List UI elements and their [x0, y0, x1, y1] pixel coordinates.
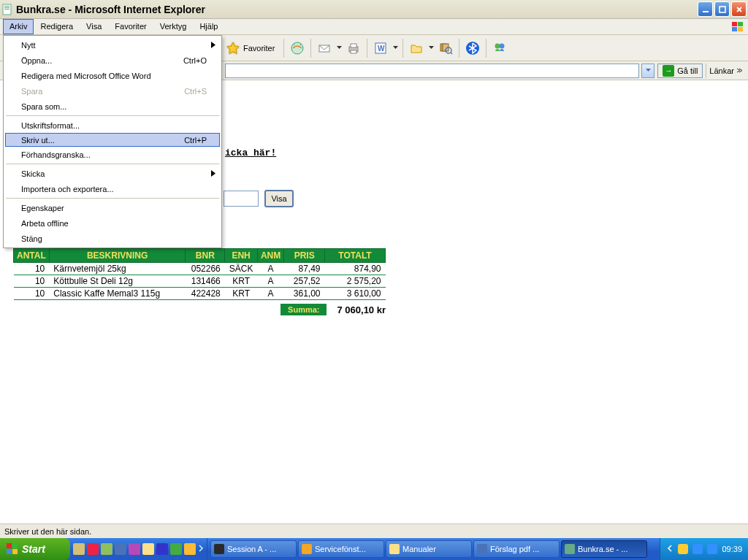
print-icon[interactable] [344, 39, 363, 58]
order-table: ANTAL BESKRIVNING BNR ENH ANM PRIS TOTAL… [13, 248, 386, 300]
svg-marker-28 [646, 69, 651, 72]
svg-text:W: W [378, 45, 385, 53]
toolbar-media-icon[interactable] [288, 39, 307, 58]
svg-marker-19 [393, 46, 398, 49]
menu-item-skriv-ut[interactable]: Skriv ut... Ctrl+P [5, 133, 220, 147]
ql-icon[interactable] [73, 543, 85, 555]
sum-value: 7 060,10 kr [337, 304, 386, 315]
arkiv-dropdown-menu: Nytt Öppna... Ctrl+O Redigera med Micros… [3, 35, 222, 248]
svg-rect-2 [4, 7, 9, 8]
svg-rect-5 [720, 7, 725, 12]
word-edit-icon[interactable]: W [371, 39, 390, 58]
address-dropdown-arrow-icon[interactable] [641, 64, 654, 78]
col-totalt: TOTALT [325, 249, 386, 263]
status-bar: Skriver ut den här sidan. [0, 523, 748, 538]
favorites-label: Favoriter [243, 44, 275, 53]
col-beskrivning: BESKRIVNING [49, 249, 186, 263]
svg-rect-6 [732, 22, 737, 26]
visa-input[interactable] [224, 191, 259, 207]
windows-flag-icon [728, 19, 748, 35]
menu-hjalp[interactable]: Hjälp [193, 19, 224, 34]
task-button[interactable]: Manualer [386, 540, 472, 558]
menu-item-stang[interactable]: Stäng [5, 231, 220, 246]
research-icon[interactable] [436, 39, 455, 58]
ql-icon[interactable] [129, 543, 140, 555]
menu-favoriter[interactable]: Favoriter [108, 19, 153, 34]
ql-icon[interactable] [101, 543, 112, 555]
submenu-arrow-icon [211, 41, 215, 50]
visa-button[interactable]: Visa [264, 190, 294, 207]
menu-item-skicka[interactable]: Skicka [5, 166, 220, 181]
links-button[interactable]: Länkar [706, 64, 745, 78]
task-button-active[interactable]: Bunkra.se - ... [561, 540, 647, 558]
ql-icon[interactable] [170, 543, 182, 555]
svg-rect-15 [351, 44, 356, 47]
task-button[interactable]: Session A - ... [210, 540, 297, 558]
svg-point-27 [500, 43, 505, 48]
mail-dropdown-arrow-icon[interactable] [335, 46, 343, 50]
svg-marker-13 [337, 46, 342, 49]
ql-icon[interactable] [184, 543, 196, 555]
ql-icon[interactable] [87, 543, 99, 555]
ql-expand-icon[interactable] [198, 543, 204, 555]
start-label: Start [22, 543, 45, 555]
start-button[interactable]: Start [0, 538, 70, 560]
menu-item-oppna[interactable]: Öppna... Ctrl+O [5, 53, 220, 68]
menu-item-nytt[interactable]: Nytt [5, 37, 220, 53]
windows-logo-icon [6, 542, 19, 556]
col-enh: ENH [225, 249, 258, 263]
menu-item-redigera-word[interactable]: Redigera med Microsoft Office Word [5, 68, 220, 83]
menubar: Arkiv Redigera Visa Favoriter Verktyg Hj… [0, 19, 748, 35]
task-button[interactable]: Förslag pdf ... [473, 540, 560, 558]
sum-row: Summa: 7 060,10 kr [13, 304, 386, 315]
window-minimize-button[interactable] [698, 1, 713, 17]
edit-dropdown-arrow-icon[interactable] [392, 46, 399, 50]
submenu-arrow-icon [211, 169, 215, 178]
bluetooth-icon[interactable] [463, 39, 482, 58]
mail-icon[interactable] [315, 39, 334, 58]
taskbar-tasks: Session A - ... Servicefönst... Manualer… [207, 538, 660, 560]
folder-icon[interactable] [407, 39, 426, 58]
menu-item-egenskaper[interactable]: Egenskaper [5, 200, 220, 215]
ql-icon[interactable] [156, 543, 168, 555]
col-pris: PRIS [284, 249, 325, 263]
go-button[interactable]: → Gå till [657, 64, 703, 78]
tray-clock[interactable]: 09:39 [722, 545, 742, 553]
table-row: 10 Köttbulle St Deli 12g 131466 KRT A 25… [14, 275, 386, 288]
go-arrow-icon: → [663, 65, 674, 77]
col-bnr: BNR [186, 249, 225, 263]
tray-icon[interactable] [692, 544, 703, 554]
menu-visa[interactable]: Visa [80, 19, 108, 34]
menu-verktyg[interactable]: Verktyg [153, 19, 194, 34]
svg-rect-4 [703, 11, 709, 12]
menu-redigera[interactable]: Redigera [34, 19, 80, 34]
window-maximize-button[interactable] [714, 1, 730, 17]
menu-item-utskriftsformat[interactable]: Utskriftsformat... [5, 118, 220, 133]
svg-rect-9 [738, 27, 743, 31]
links-chevron-icon [736, 68, 742, 73]
menu-arkiv[interactable]: Arkiv [3, 19, 34, 34]
task-button[interactable]: Servicefönst... [298, 540, 384, 558]
menu-item-arbeta-offline[interactable]: Arbeta offline [5, 215, 220, 231]
messenger-icon[interactable] [490, 39, 509, 58]
window-close-button[interactable] [731, 1, 747, 17]
folder-dropdown-arrow-icon[interactable] [427, 46, 435, 50]
tray-icon[interactable] [707, 544, 717, 554]
favorites-button[interactable]: Favoriter [224, 39, 280, 58]
ie-page-icon [1, 4, 13, 15]
svg-rect-32 [12, 543, 18, 548]
ql-icon[interactable] [115, 543, 126, 555]
ql-icon[interactable] [142, 543, 154, 555]
menu-item-spara-som[interactable]: Spara som... [5, 99, 220, 114]
menu-item-forhandsgranska[interactable]: Förhandsgranska... [5, 147, 220, 162]
tray-icon[interactable] [678, 544, 688, 554]
tray-expand-icon[interactable] [666, 543, 673, 555]
svg-rect-33 [7, 549, 12, 554]
svg-marker-20 [429, 46, 434, 49]
address-input[interactable] [225, 64, 639, 78]
svg-rect-7 [738, 22, 743, 26]
svg-rect-16 [351, 50, 356, 53]
menu-item-importera[interactable]: Importera och exportera... [5, 181, 220, 196]
page-link-text[interactable]: icka här! [225, 147, 276, 158]
svg-rect-34 [12, 549, 18, 554]
